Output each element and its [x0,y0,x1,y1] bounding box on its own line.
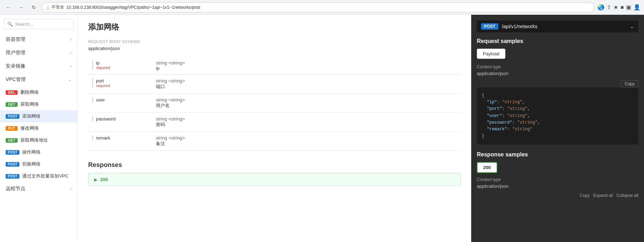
field-desc-user: 用户名 [156,103,456,109]
api-method-badge: POST [481,23,498,30]
method-badge-post: POST [6,114,19,119]
field-name-remark: remark [96,135,147,141]
expand-all-button[interactable]: Expand all [593,193,613,198]
search-placeholder: Search... [15,21,34,27]
refresh-button[interactable]: ↻ [29,2,39,12]
search-box[interactable]: 🔍 Search... [4,19,74,29]
profile-icon[interactable]: 👤 [633,4,640,11]
puzzle-icon[interactable]: ■ [620,4,624,11]
method-badge-get: GET [6,102,18,107]
sidebar-label-batch-add-vpc: 通过文件批量添加VPC [22,173,68,179]
sidebar-item-operate-network[interactable]: POST 操作网络 [0,146,77,158]
field-indent: remark [92,135,147,141]
field-type-password: string <string> [156,116,456,122]
response-content-type-label: Content type [477,177,638,182]
sidebar-item-add-network[interactable]: POST 添加网络 [0,110,77,122]
sidebar-item-switch-network[interactable]: POST 切换网络 [0,158,77,170]
chevron-right-icon: › [70,37,72,42]
chevron-down-icon: ⌄ [68,77,72,82]
field-indent: port required [92,78,147,88]
schema-value: application/json [88,46,461,51]
field-indent: user [92,97,147,103]
star-icon[interactable]: ★ [613,4,618,11]
sidebar-item-remote-node[interactable]: 远程节点 › [0,182,77,196]
sidebar-item-batch-add-vpc[interactable]: POST 通过文件批量添加VPC [0,170,77,182]
field-type-remark: string <string> [156,135,456,141]
sidebar-item-android-mirror[interactable]: 安卓镜像 › [0,60,77,73]
field-desc-ip: ip [156,66,456,71]
field-desc-password: 密码 [156,122,456,128]
url-text: 10.168.0.238:8003/swagger#tag/VPC/paths/… [66,5,200,10]
field-name-password: password [96,116,147,122]
sidebar-label-delete-network: 删除网络 [20,89,39,95]
content-type-label: Content type [477,64,638,69]
forward-button[interactable]: → [16,2,26,12]
field-required-port: required [96,83,147,88]
sidebar-item-container-mgmt[interactable]: 容器管理 › [0,33,77,46]
sidebar-item-get-network[interactable]: GET 获取网络 [0,98,77,110]
field-required-ip: required [96,66,147,70]
response-code-button[interactable]: 200 [477,162,497,173]
table-row: ip required string <string> ip [88,57,461,75]
field-desc-port: 端口 [156,83,456,90]
sidebar-item-get-network-addr[interactable]: GET 获取网络地址 [0,134,77,146]
window-icon[interactable]: ▣ [626,4,631,11]
table-row: password string <string> 密码 [88,113,461,132]
chevron-right-icon: › [70,50,72,55]
security-warning-icon: △ [46,5,49,10]
response-code-200: 200 [100,177,108,182]
chevron-right-icon2: › [70,186,72,191]
back-button[interactable]: ← [4,2,13,12]
field-indent: password [92,116,147,122]
method-badge-post3: POST [6,162,19,167]
chevron-right-icon: › [70,64,72,69]
sidebar-label-operate-network: 操作网络 [22,149,41,155]
sidebar-label-android-mirror: 安卓镜像 [6,63,25,69]
copy-bottom-button[interactable]: Copy [580,193,590,198]
schema-label: REQUEST BODY SCHEMA: [88,39,461,44]
table-row: remark string <string> 备注 [88,132,461,151]
sidebar-label-vpc-mgmt: VPC管理 [6,76,26,83]
field-type-port: string <string> [156,78,456,83]
chevron-right-icon: ▶ [94,177,97,182]
sidebar-label-remote-node: 远程节点 [6,186,25,192]
method-badge-put: PUT [6,126,18,131]
request-samples-title: Request samples [477,38,638,44]
sidebar-label-get-network: 获取网络 [20,101,39,107]
payload-button[interactable]: Payload [477,49,505,59]
api-path: /api/v1/networks [502,24,626,29]
sidebar-label-modify-network: 修改网络 [20,125,39,131]
response-content-type-value: application/json [477,184,638,189]
browser-action-buttons: 🌏 ⇧ ★ ■ ▣ 👤 [597,4,640,11]
method-badge-del: DEL [6,90,18,95]
method-badge-post4: POST [6,174,19,179]
fields-table: ip required string <string> ip port r [88,57,461,151]
method-badge-get2: GET [6,138,18,143]
main-content: 添加网络 REQUEST BODY SCHEMA: application/js… [78,15,471,242]
sidebar: 🔍 Search... 容器管理 › 用户管理 › 安卓镜像 › VPC管理 ⌄… [0,15,78,242]
field-name-port: port [96,78,147,83]
response-samples-title: Response samples [477,151,638,158]
share-icon[interactable]: ⇧ [607,4,611,11]
api-chevron-icon[interactable]: ⌄ [630,24,634,29]
sidebar-item-vpc-mgmt[interactable]: VPC管理 ⌄ [0,73,77,86]
app-body: 🔍 Search... 容器管理 › 用户管理 › 安卓镜像 › VPC管理 ⌄… [0,15,644,242]
sidebar-label-get-network-addr: 获取网络地址 [20,137,48,143]
sidebar-label-add-network: 添加网络 [22,113,41,119]
collapse-all-button[interactable]: Collapse all [616,193,638,198]
copy-button[interactable]: Copy [621,80,638,87]
sidebar-label-container-mgmt: 容器管理 [6,36,25,43]
page-title: 添加网络 [88,22,461,32]
right-panel: POST /api/v1/networks ⌄ Request samples … [471,15,644,242]
field-indent: ip required [92,60,147,70]
translate-icon[interactable]: 🌏 [597,4,604,11]
sidebar-item-modify-network[interactable]: PUT 修改网络 [0,122,77,134]
method-badge-post2: POST [6,150,19,155]
address-bar[interactable]: △ 不安全 10.168.0.238:8003/swagger#tag/VPC/… [42,2,595,12]
responses-title: Responses [88,161,461,169]
field-desc-remark: 备注 [156,141,456,147]
field-type-user: string <string> [156,97,456,103]
sidebar-item-user-mgmt[interactable]: 用户管理 › [0,46,77,60]
sidebar-item-delete-network[interactable]: DEL 删除网络 [0,86,77,98]
response-200-item[interactable]: ▶ 200 [88,173,461,186]
